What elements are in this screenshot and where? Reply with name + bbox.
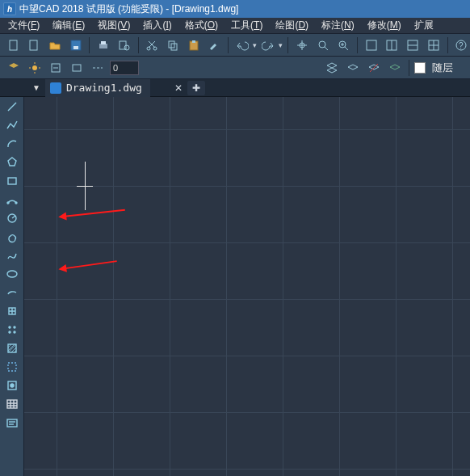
pan-icon[interactable] [293,36,311,54]
revcloud-tool-icon[interactable] [2,227,23,246]
bylayer-checkbox[interactable] [414,62,426,74]
svg-point-46 [9,331,10,333]
bylayer-label: 随层 [432,61,453,75]
hatch-tool-icon[interactable] [2,339,23,357]
arc3p-tool-icon[interactable] [2,190,23,209]
svg-line-36 [8,103,16,111]
svg-point-39 [15,202,17,204]
layer-match-icon[interactable] [47,59,65,77]
dwg-file-icon [50,82,61,94]
svg-rect-52 [7,400,17,408]
svg-rect-49 [8,363,16,371]
line-tool-icon[interactable] [2,97,23,116]
svg-rect-53 [7,419,17,427]
zoom-win-icon[interactable] [334,36,352,54]
crosshair-cursor [85,186,86,187]
svg-rect-3 [73,46,78,49]
match-prop-icon[interactable] [205,36,223,54]
separator [138,37,139,53]
menu-view[interactable]: 视图(V) [98,19,130,32]
layer-state-icon[interactable] [68,59,86,77]
redo-icon[interactable] [260,36,278,54]
tab-close-icon[interactable]: ✕ [174,82,183,94]
toolbar-standard: ▾ ▾ ? [0,34,470,57]
linetype-icon[interactable] [89,59,107,77]
svg-point-45 [14,326,15,328]
toolbar-properties: 随层 [0,57,470,79]
undo-icon[interactable] [233,36,251,54]
menu-dim[interactable]: 标注(N) [321,19,355,32]
polygon-tool-icon[interactable] [2,153,23,171]
cut-icon[interactable] [144,36,162,54]
layout4-icon[interactable] [425,36,443,54]
print-icon[interactable] [94,36,112,54]
menu-extend[interactable]: 扩展 [414,19,434,32]
svg-point-27 [32,65,37,70]
spline-tool-icon[interactable] [2,246,23,264]
copy-icon[interactable] [164,36,182,54]
arc-tool-icon[interactable] [2,134,23,153]
rectangle-tool-icon[interactable] [2,171,23,190]
table-tool-icon[interactable] [2,394,23,413]
block-tool-icon[interactable] [2,301,23,320]
save-icon[interactable] [67,36,85,54]
svg-point-47 [14,331,15,333]
separator [409,60,409,76]
layout3-icon[interactable] [404,36,422,54]
ellipse-tool-icon[interactable] [2,264,23,283]
tabs-dropdown-icon[interactable]: ▼ [32,83,40,92]
point-tool-icon[interactable] [2,320,23,339]
menu-modify[interactable]: 修改(M) [367,19,401,32]
svg-rect-13 [192,40,195,43]
ellipse-arc-tool-icon[interactable] [2,283,23,301]
help-icon[interactable]: ? [452,36,470,54]
lineweight-input[interactable] [110,61,139,75]
layer-off-icon[interactable] [365,59,383,77]
redo-dropdown-icon[interactable]: ▾ [279,41,283,49]
layout1-icon[interactable] [363,36,380,54]
svg-point-38 [7,202,9,204]
blank-icon[interactable] [26,36,44,54]
separator [447,37,448,53]
tab-new-icon[interactable]: ✚ [187,81,205,95]
zoom-ext-icon[interactable] [314,36,332,54]
svg-rect-6 [120,41,126,49]
undo-dropdown-icon[interactable]: ▾ [253,41,257,49]
svg-rect-1 [30,40,37,50]
layer-freeze-icon[interactable] [386,59,404,77]
layer-tool-icon[interactable] [5,59,23,77]
separator [228,37,229,53]
drawing-canvas[interactable] [24,97,470,476]
new-icon[interactable] [5,36,23,54]
layer-new-icon[interactable] [323,59,341,77]
svg-rect-5 [101,41,106,44]
svg-rect-33 [73,65,81,71]
svg-rect-0 [10,40,17,50]
sun-icon[interactable] [26,59,44,77]
separator [287,37,288,53]
boundary-tool-icon[interactable] [2,376,23,394]
svg-point-42 [7,271,17,277]
window-title: 中望CAD 2018 试用版 (功能受限) - [Drawing1.dwg] [19,2,238,16]
svg-point-44 [9,326,10,328]
menu-edit[interactable]: 编辑(E) [52,19,85,32]
separator [357,37,358,53]
separator [89,37,90,53]
layout2-icon[interactable] [384,36,401,54]
menu-tools[interactable]: 工具(T) [231,19,262,32]
menu-insert[interactable]: 插入(I) [143,19,171,32]
print-preview-icon[interactable] [115,36,133,54]
tab-drawing1[interactable]: Drawing1.dwg [45,79,150,97]
menu-draw[interactable]: 绘图(D) [275,19,308,32]
layer-del-icon[interactable] [344,59,362,77]
circle-tool-icon[interactable] [2,209,23,227]
menu-file[interactable]: 文件(F) [8,19,40,32]
region-tool-icon[interactable] [2,357,23,376]
open-icon[interactable] [46,36,64,54]
toolbar-draw [0,97,24,476]
polyline-tool-icon[interactable] [2,116,23,134]
paste-icon[interactable] [185,36,203,54]
menu-format[interactable]: 格式(O) [185,19,218,32]
titlebar: h 中望CAD 2018 试用版 (功能受限) - [Drawing1.dwg] [0,0,470,18]
text-tool-icon[interactable] [2,413,23,432]
